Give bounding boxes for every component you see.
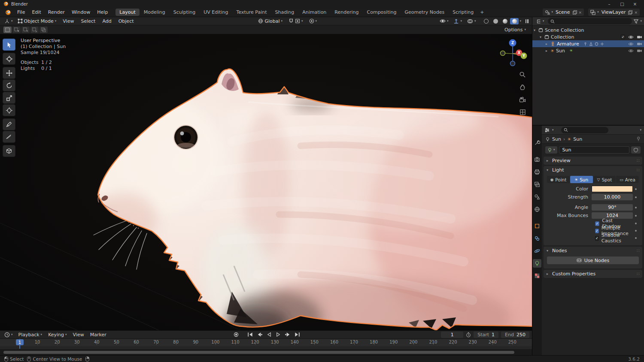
timeline-menu-item[interactable]: Keying ▾ [45,332,70,338]
new-scene-icon[interactable] [573,10,577,15]
show-object-types-dropdown[interactable]: ▾ [438,18,450,24]
timeline-ruler[interactable]: 1020304050607080901001101201301401501601… [0,339,532,346]
add-workspace-button[interactable]: + [477,9,486,15]
new-view-layer-icon[interactable] [628,10,632,15]
overlays-dropdown[interactable]: ▾ [465,18,478,24]
outliner-search-input[interactable] [548,18,632,24]
move-tool[interactable] [3,67,15,79]
pin-icon[interactable] [636,136,641,142]
panel-preview-header[interactable]: ▸ Preview ∷ [544,157,642,165]
light-type-button[interactable]: ▽Spot [593,176,616,183]
workspace-tab[interactable]: Texture Paint [233,9,271,16]
start-frame-field[interactable]: Start1 [474,332,498,338]
pause-preview-button[interactable] [525,18,529,24]
tab-world[interactable] [533,205,541,214]
jump-to-end-button[interactable] [293,332,301,338]
proportional-editing-controls[interactable]: ▾ [307,18,319,24]
angle-field[interactable]: 90° [592,204,633,211]
collection-checkbox[interactable]: ✓ [621,35,625,39]
add-cube-tool[interactable] [3,145,15,157]
viewport-menu-item[interactable]: Object [115,18,137,24]
auto-keying-button[interactable] [232,332,240,338]
outliner-row-collection[interactable]: ▾ Collection ✓ [532,33,644,40]
menu-item[interactable]: Help [94,9,111,15]
checkbox[interactable]: ✓ [595,236,599,241]
menu-item[interactable]: Edit [28,9,44,15]
measure-tool[interactable] [3,131,15,143]
tab-texture[interactable] [533,272,541,280]
animate-dot[interactable] [633,207,639,208]
viewport-menu-item[interactable]: Add [99,18,115,24]
workspace-tab[interactable]: Animation [298,9,330,16]
unlink-view-layer-icon[interactable]: × [634,10,638,15]
filter-icon[interactable] [634,19,638,24]
workspace-tab[interactable]: Layout [115,9,139,16]
pan-hand-icon[interactable] [518,83,527,91]
disable-render-camera-icon[interactable] [637,35,642,39]
shading-wireframe-button[interactable] [482,18,490,24]
use-nodes-button[interactable]: Use Nodes [547,256,639,264]
properties-editor-icon[interactable] [544,127,550,133]
scene-selector[interactable]: ▾ Scene × [543,9,584,16]
unlink-scene-icon[interactable]: × [579,10,582,15]
light-type-button[interactable]: ☀Sun [570,176,593,183]
workspace-tab[interactable]: Modeling [140,9,169,16]
timeline-ruler-area[interactable]: 1 10203040506070809010011012013014015016… [0,339,532,349]
expand-icon[interactable]: ▸ [544,42,549,46]
tab-object-data[interactable] [533,259,541,268]
viewport-menu-item[interactable]: View [59,18,77,24]
animate-dot[interactable] [633,188,639,190]
animate-dot[interactable] [633,223,639,224]
viewport-menu-item[interactable]: Select [77,18,99,24]
play-button[interactable] [274,332,283,338]
current-frame-field[interactable]: 1 [441,332,463,338]
stopwatch-icon[interactable] [466,332,471,338]
strength-field[interactable]: 10.000 [592,194,633,200]
workspace-tab[interactable]: Rendering [331,9,362,16]
tab-constraints[interactable] [533,234,541,243]
select-box-tool[interactable] [3,39,15,51]
jump-to-start-button[interactable] [246,332,254,338]
app-menu-blender-icon[interactable] [3,9,14,15]
animate-dot[interactable] [633,215,639,217]
transform-orientation-selector[interactable]: Global ▾ [256,18,284,24]
minimize-button[interactable]: – [604,2,615,6]
menu-item[interactable]: Render [45,9,68,15]
timeline-editor-type-button[interactable]: ▾ [3,332,15,338]
jump-prev-keyframe-button[interactable] [255,332,264,338]
properties-search-input[interactable] [561,127,608,133]
zoom-icon[interactable] [518,70,527,79]
editor-type-button[interactable]: ▾ [3,18,15,24]
tab-render[interactable] [533,155,541,164]
tab-scene[interactable] [533,193,541,201]
light-name-input[interactable]: Sun [559,146,629,154]
outliner-row-scene-collection[interactable]: ▾ Scene Collection [532,27,644,33]
gizmos-dropdown[interactable]: ▾ [452,18,464,24]
light-type-button[interactable]: ◉Point [547,176,570,183]
workspace-tab[interactable]: Shading [271,9,298,16]
tab-tool[interactable] [533,139,541,147]
shading-material-button[interactable] [501,18,509,24]
shading-solid-button[interactable] [491,18,500,24]
close-button[interactable]: × [629,2,641,6]
transform-tool[interactable] [3,104,15,116]
timeline-menu-item[interactable]: Marker ▾ [87,332,109,338]
view-layer-selector[interactable]: ▾ ViewLayer × [588,9,640,16]
tab-object[interactable] [533,222,541,230]
tab-physics[interactable] [533,247,541,255]
jump-next-keyframe-button[interactable] [283,332,292,338]
select-mode-invert-button[interactable] [30,27,39,33]
end-frame-field[interactable]: End250 [501,332,529,338]
checkbox[interactable]: ✓ [595,229,599,233]
workspace-tab[interactable]: UV Editing [200,9,232,16]
expand-icon[interactable]: ▸ [544,49,549,53]
light-color-swatch[interactable] [592,186,633,192]
disable-render-camera-icon[interactable] [637,49,642,53]
tab-view-layer[interactable] [533,180,541,189]
timeline-menu-item[interactable]: View ▾ [70,332,87,338]
hide-eye-icon[interactable] [628,42,634,46]
mode-selector[interactable]: Object Mode ▾ [16,18,58,24]
breadcrumb-object[interactable]: Sun [552,136,561,142]
select-mode-set-button[interactable] [3,27,12,33]
hide-eye-icon[interactable] [628,49,634,53]
